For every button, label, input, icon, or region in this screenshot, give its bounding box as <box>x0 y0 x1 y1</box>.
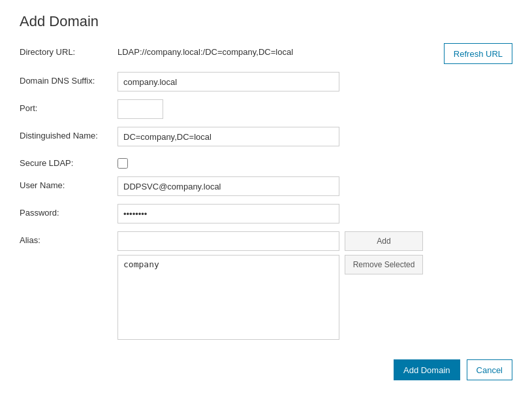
distinguished-name-row: Distinguished Name: <box>20 127 512 146</box>
secure-ldap-checkbox[interactable] <box>117 158 128 169</box>
username-input[interactable] <box>117 176 339 196</box>
directory-url-row: Directory URL: LDAP://company.local:/DC=… <box>20 43 512 64</box>
add-domain-button[interactable]: Add Domain <box>394 359 460 380</box>
distinguished-name-input[interactable] <box>117 127 339 146</box>
remove-selected-button[interactable]: Remove Selected <box>345 255 423 274</box>
domain-dns-input[interactable] <box>117 72 339 91</box>
add-alias-button[interactable]: Add <box>345 231 423 251</box>
directory-url-label: Directory URL: <box>20 43 117 57</box>
domain-dns-row: Domain DNS Suffix: <box>20 72 512 91</box>
secure-ldap-label: Secure LDAP: <box>20 154 117 168</box>
domain-dns-label: Domain DNS Suffix: <box>20 72 117 86</box>
username-row: User Name: <box>20 176 512 196</box>
footer-row: Add Domain Cancel <box>20 353 512 380</box>
password-row: Password: <box>20 204 512 223</box>
port-row: Port: <box>20 99 512 119</box>
distinguished-name-label: Distinguished Name: <box>20 127 117 140</box>
username-label: User Name: <box>20 176 117 190</box>
alias-input[interactable] <box>117 231 339 251</box>
port-input[interactable] <box>117 99 163 119</box>
refresh-url-button[interactable]: Refresh URL <box>444 43 512 64</box>
alias-row: Alias: Add company Remove Selected <box>20 231 512 340</box>
page-title: Add Domain <box>20 13 512 30</box>
secure-ldap-row: Secure LDAP: <box>20 154 512 169</box>
password-input[interactable] <box>117 204 339 223</box>
password-label: Password: <box>20 204 117 218</box>
cancel-button[interactable]: Cancel <box>467 359 512 380</box>
port-label: Port: <box>20 99 117 113</box>
directory-url-value: LDAP://company.local:/DC=company,DC=loca… <box>117 43 439 57</box>
alias-label: Alias: <box>20 231 117 245</box>
alias-list[interactable]: company <box>117 255 339 340</box>
